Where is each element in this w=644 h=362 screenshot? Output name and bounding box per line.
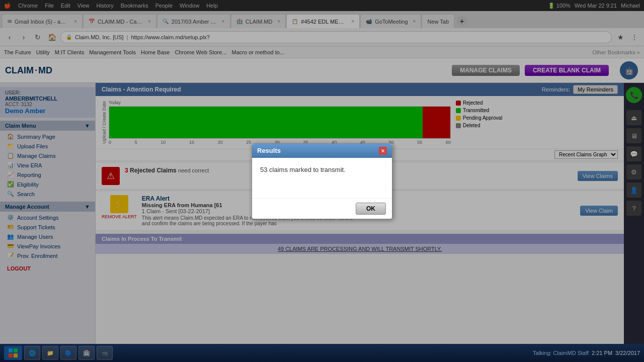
modal-title: Results — [257, 147, 281, 154]
modal-header: Results × — [252, 144, 392, 158]
ok-button[interactable]: OK — [356, 203, 386, 215]
modal-close-button[interactable]: × — [379, 147, 387, 155]
modal-body: 53 claims marked to transmit. — [252, 158, 392, 198]
modal-footer: OK — [252, 198, 392, 219]
modal-overlay: Results × 53 claims marked to transmit. … — [0, 58, 644, 362]
modal-message: 53 claims marked to transmit. — [260, 166, 346, 173]
browser-content: CLAIM·MD MANAGE CLAIMS CREATE BLANK CLAI… — [0, 58, 644, 362]
results-dialog: Results × 53 claims marked to transmit. … — [252, 143, 392, 219]
chrome-window: ✉ Gmail Inbox (5) - amber@clai... × 📅 CL… — [0, 11, 644, 362]
